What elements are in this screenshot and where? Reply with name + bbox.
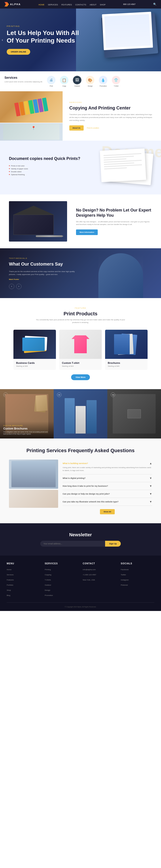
faq-header: Printing Services Frequently Asked Quest… [9, 447, 152, 454]
view-more-button[interactable]: View More [71, 374, 90, 380]
faq-item-4[interactable]: Can you design or help me design my prin… [63, 490, 152, 498]
footer-service-printing[interactable]: Printing [45, 568, 51, 570]
footer-menu-col: Menu Home Services Features Portfolio Sh… [7, 562, 40, 598]
next-testimonial[interactable]: › [16, 284, 22, 289]
faq-toggle-3: ▼ [149, 485, 152, 488]
footer-menu-services[interactable]: Services [7, 574, 14, 576]
footer-contact-email[interactable]: info@alpha.com [83, 568, 96, 570]
services-icons: 🖨 Print 📋 Copy 🖼 Outdoor 🎨 Design 💧 Prom… [47, 76, 120, 87]
footer-menu-shop[interactable]: Shop [7, 589, 11, 591]
faq-image-1 [9, 460, 58, 489]
footer-contact-phone[interactable]: +1 800 123 4567 [83, 574, 96, 576]
testimonials-quote: Thank you for the excellent services at … [9, 270, 76, 276]
designer-content: No Design? No Problem Let Our Expert Des… [76, 208, 152, 235]
footer-social-twitter[interactable]: Twitter [121, 574, 126, 576]
tshirt-label: T-Shirt [114, 85, 119, 87]
hero-title: Let Us Help You With All Of Your Printin… [7, 29, 83, 44]
footer-social-pinterest[interactable]: Pinterest [121, 584, 128, 586]
gallery-item-3[interactable]: 03 [107, 389, 161, 438]
newsletter-signup-button[interactable]: Sign Up [105, 541, 121, 547]
nav-services[interactable]: Services [48, 4, 58, 6]
faq-item-3-header: How long does it take to print for my bu… [63, 485, 152, 488]
footer-menu-title: Menu [7, 562, 40, 565]
footer-service-promotion[interactable]: Promotion [45, 594, 53, 596]
tshirt-title: Custom T-shirt [62, 362, 99, 364]
footer-contact-title: Contact [83, 562, 116, 565]
find-location-link[interactable]: Find A Location [87, 127, 99, 129]
product-card-brochures[interactable]: Brochures Starting at $49 [105, 330, 148, 370]
service-outdoor[interactable]: 🖼 Outdoor [73, 76, 81, 87]
footer-menu-features[interactable]: Features [7, 579, 14, 581]
faq-item-2[interactable]: What is digital printing? ▼ [63, 474, 152, 482]
faq-item-3[interactable]: How long does it take to print for my bu… [63, 482, 152, 490]
hero-prev-arrow[interactable]: ‹ [2, 38, 3, 42]
more-info-button[interactable]: More Information [76, 229, 98, 235]
product-card-business-cards[interactable]: Business Cards Starting at $39 [13, 330, 56, 370]
print-label: Print [50, 85, 53, 87]
copy-label: Copy [63, 85, 66, 87]
nav-shop[interactable]: Shop [100, 4, 106, 6]
service-promotion[interactable]: 💧 Promotion [99, 76, 107, 87]
prev-testimonial[interactable]: ‹ [9, 284, 14, 289]
gallery-item-1[interactable]: 01 Custom Brochure Custom Brochures Our … [0, 389, 54, 438]
search-icon[interactable]: 🔍 [153, 3, 157, 6]
footer-social-instagram[interactable]: Instagram [121, 579, 129, 581]
print-products-subtitle: You consistently have your products at t… [36, 318, 125, 324]
phone-number: 800 123 4567 [123, 3, 135, 5]
service-design[interactable]: 🎨 Design [86, 76, 94, 87]
faq-section: Printing Services Frequently Asked Quest… [0, 438, 161, 523]
faq-question-3: How long does it take to print for my bu… [63, 485, 108, 487]
footer-socials-col: Socials Facebook Twitter Instagram Pinte… [121, 562, 154, 598]
print-products-title: Print Products [7, 311, 154, 317]
business-cards-image [13, 330, 56, 359]
testimonials-section: Testimonials What Our Customers Say Than… [0, 248, 161, 298]
quick-prints-features: Prints in full color Variety of paper si… [9, 165, 81, 176]
logo[interactable]: ALPHA [4, 2, 21, 6]
brochure-visual [114, 334, 138, 354]
nav-contacts[interactable]: Contacts [75, 4, 86, 6]
copy-content: Services Copying And Printing Center Tra… [63, 91, 161, 141]
footer-menu-home[interactable]: Home [7, 568, 11, 570]
nav-home[interactable]: Home [38, 4, 44, 6]
testimonials-content: Testimonials What Our Customers Say Than… [9, 257, 76, 289]
faq-item-1[interactable]: What is building services? ▲ Using print… [63, 460, 152, 474]
footer-service-copying[interactable]: Copying [45, 574, 51, 576]
quick-prints-image [89, 147, 152, 188]
testimonials-author: Mark Foster [9, 278, 76, 280]
testimonials-label: Testimonials [9, 257, 76, 259]
business-card-visual [21, 335, 48, 353]
gallery-item-2[interactable]: 02 [54, 389, 107, 438]
designer-image [9, 201, 67, 242]
product-card-tshirt[interactable]: Custom T-shirt Starting at $19 [59, 330, 102, 370]
footer-socials-title: Socials [121, 562, 154, 565]
business-cards-price: Starting at $39 [16, 365, 53, 367]
footer-contact-address[interactable]: New York, USA [83, 579, 95, 581]
newsletter-email-input[interactable] [40, 541, 105, 547]
footer-menu-portfolio[interactable]: Portfolio [7, 584, 13, 586]
faq-toggle-1: ▲ [149, 462, 152, 465]
faq-item-5[interactable]: Can you take my Illustrator artwork into… [63, 498, 152, 506]
brochure-image [105, 330, 148, 359]
footer-service-tshirts[interactable]: T-Shirts [45, 579, 51, 581]
service-copy[interactable]: 📋 Copy [60, 76, 69, 87]
hero-cta-button[interactable]: Order Online [7, 49, 30, 55]
about-us-button[interactable]: About Us [69, 125, 84, 130]
feature-2: Variety of paper sizes [9, 168, 81, 170]
faq-image-2 [9, 490, 58, 508]
logo-icon [4, 2, 9, 6]
print-products-label: Feature [7, 307, 154, 309]
faq-question-5: Can you take my Illustrator artwork into… [63, 501, 119, 503]
service-print[interactable]: 🖨 Print [47, 76, 55, 87]
footer-menu-blog[interactable]: Blog [7, 594, 10, 596]
feature-4: Optional finishing [9, 174, 81, 176]
footer-social-facebook[interactable]: Facebook [121, 568, 129, 570]
footer-service-outdoor[interactable]: Outdoor [45, 584, 51, 586]
nav-features[interactable]: Features [61, 4, 72, 6]
outdoor-icon: 🖼 [73, 76, 81, 84]
show-all-button[interactable]: Show All [100, 509, 115, 514]
footer-contact-links: info@alpha.com +1 800 123 4567 New York,… [83, 567, 116, 581]
nav-about[interactable]: About [89, 4, 96, 6]
footer-service-design[interactable]: Design [45, 589, 50, 591]
brochures-price: Starting at $49 [108, 365, 145, 367]
service-tshirt[interactable]: 👕 T-Shirt [112, 76, 120, 87]
